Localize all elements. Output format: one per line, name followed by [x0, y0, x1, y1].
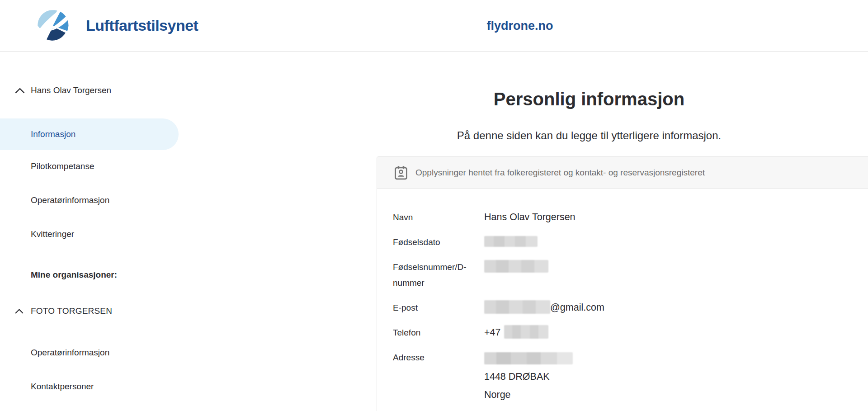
redacted-value	[484, 236, 538, 247]
sidebar-item-label: Informasjon	[31, 129, 75, 139]
sidebar-user-name: Hans Olav Torgersen	[31, 85, 111, 95]
email-domain-text: @gmail.com	[550, 302, 604, 313]
sidebar-nav: Hans Olav Torgersen Informasjon Pilotkom…	[0, 52, 181, 411]
sidebar-org-section-toggle[interactable]: FOTO TORGERSEN	[15, 305, 181, 317]
id-badge-icon	[393, 165, 409, 180]
sidebar-item-operatorinformasjon[interactable]: Operatørinformasjon	[31, 194, 181, 207]
redacted-value	[484, 300, 550, 314]
sidebar-org-name: FOTO TORGERSEN	[31, 306, 112, 316]
sidebar-item-org-operatorinformasjon[interactable]: Operatørinformasjon	[31, 346, 181, 359]
field-label: Telefon	[393, 325, 484, 340]
address-street-line	[484, 350, 573, 368]
chevron-up-icon	[15, 308, 24, 314]
page-title: Personlig informasjon	[377, 90, 802, 109]
field-row-fodselsnummer: Fødselsnummer/D-nummer	[393, 259, 868, 291]
redacted-value	[504, 325, 548, 339]
sidebar-divider	[0, 253, 179, 253]
personal-info-fields: Navn Hans Olav Torgersen Fødselsdato Fød…	[377, 189, 868, 411]
sidebar-item-pilotkompetanse[interactable]: Pilotkompetanse	[31, 160, 181, 173]
sidebar-item-kvitteringer[interactable]: Kvitteringer	[31, 228, 181, 241]
field-value-telefon: +47	[484, 325, 548, 340]
address-postal-line: 1448 DRØBAK	[484, 368, 573, 386]
field-value-adresse: 1448 DRØBAK Norge	[484, 350, 573, 404]
organizations-heading: Mine organisasjoner:	[31, 269, 181, 281]
field-row-navn: Navn Hans Olav Torgersen	[393, 209, 868, 225]
field-row-fodselsdato: Fødselsdato	[393, 234, 868, 250]
site-title: flydrone.no	[487, 19, 553, 33]
field-value-epost: @gmail.com	[484, 300, 604, 316]
luftfartstilsynet-globe-icon	[32, 7, 74, 44]
app-header: Luftfartstilsynet flydrone.no	[0, 0, 868, 52]
chevron-up-icon	[15, 87, 25, 94]
phone-country-code: +47	[484, 327, 500, 338]
field-value-fodselsnummer	[484, 259, 548, 291]
field-row-telefon: Telefon +47	[393, 325, 868, 340]
luftfartstilsynet-logo-link[interactable]: Luftfartstilsynet	[32, 7, 198, 44]
field-row-adresse: Adresse 1448 DRØBAK Norge	[393, 350, 868, 404]
field-label: E-post	[393, 300, 484, 316]
brand-name: Luftfartstilsynet	[86, 17, 198, 34]
field-value-navn: Hans Olav Torgersen	[484, 209, 576, 225]
page-subtitle: På denne siden kan du legge til ytterlig…	[377, 129, 802, 142]
registry-notice-text: Opplysninger hentet fra folkeregisteret …	[415, 168, 705, 178]
field-label: Fødselsdato	[393, 234, 484, 250]
field-value-fodselsdato	[484, 234, 538, 250]
main-content: Personlig informasjon På denne siden kan…	[181, 52, 868, 411]
redacted-value	[484, 352, 573, 364]
sidebar-item-informasjon[interactable]: Informasjon	[0, 118, 179, 150]
address-country-line: Norge	[484, 386, 573, 404]
field-row-epost: E-post @gmail.com	[393, 300, 868, 316]
sidebar-user-section-toggle[interactable]: Hans Olav Torgersen	[15, 84, 181, 97]
field-label: Adresse	[393, 350, 484, 404]
personal-info-card: Opplysninger hentet fra folkeregisteret …	[377, 156, 868, 411]
registry-notice-bar: Opplysninger hentet fra folkeregisteret …	[377, 157, 868, 189]
field-label: Navn	[393, 209, 484, 225]
redacted-value	[484, 260, 548, 273]
sidebar-item-org-kontaktpersoner[interactable]: Kontaktpersoner	[31, 380, 181, 393]
field-label: Fødselsnummer/D-nummer	[393, 259, 484, 291]
